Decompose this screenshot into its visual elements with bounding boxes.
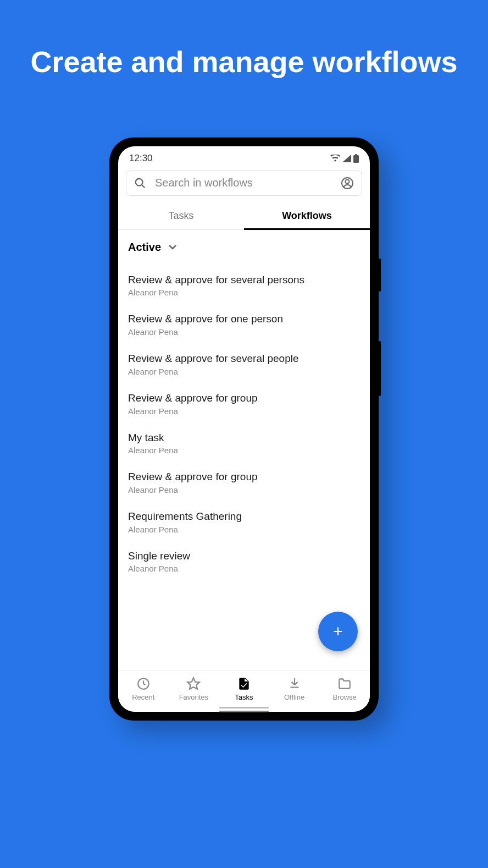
home-indicator [219, 707, 269, 708]
search-icon [134, 177, 146, 189]
item-title: Requirements Gathering [128, 510, 360, 524]
list-item[interactable]: Single review Aleanor Pena [128, 542, 360, 581]
item-author: Aleanor Pena [128, 288, 360, 297]
item-author: Aleanor Pena [128, 406, 360, 416]
promo-title: Create and manage workflows [30, 44, 457, 80]
list-item[interactable]: Review & approve for group Aleanor Pena [128, 463, 360, 502]
item-title: Review & approve for one person [128, 312, 360, 326]
list-item[interactable]: Review & approve for several persons Ale… [128, 266, 360, 305]
status-icons [330, 154, 359, 163]
nav-recent[interactable]: Recent [118, 677, 169, 701]
phone-frame: 12:30 [109, 138, 379, 721]
search-container [118, 168, 370, 202]
search-bar[interactable] [126, 171, 362, 196]
nav-label: Favorites [179, 693, 208, 701]
download-icon [287, 677, 302, 691]
list-item[interactable]: Review & approve for several people Alea… [128, 344, 360, 384]
phone-screen: 12:30 [118, 146, 370, 712]
list-item[interactable]: My task Aleanor Pena [128, 424, 360, 463]
item-author: Aleanor Pena [128, 327, 360, 337]
item-title: Review & approve for group [128, 392, 360, 405]
filter-dropdown[interactable]: Active [118, 230, 370, 260]
item-title: Review & approve for several people [128, 352, 360, 366]
item-author: Aleanor Pena [128, 485, 360, 495]
phone-side-button [379, 341, 381, 396]
svg-line-3 [142, 185, 145, 188]
nav-label: Recent [132, 693, 154, 701]
tab-workflows[interactable]: Workflows [244, 202, 370, 229]
tab-tasks[interactable]: Tasks [118, 202, 244, 229]
wifi-icon [330, 155, 340, 162]
item-title: Review & approve for several persons [128, 273, 360, 287]
signal-icon [342, 155, 351, 162]
nav-tasks[interactable]: Tasks [219, 677, 269, 701]
item-author: Aleanor Pena [128, 446, 360, 455]
item-title: Single review [128, 550, 360, 563]
svg-point-2 [136, 179, 143, 186]
star-icon [186, 677, 201, 691]
nav-label: Tasks [235, 693, 253, 701]
folder-icon [337, 677, 352, 691]
add-workflow-button[interactable]: + [318, 612, 358, 651]
list-item[interactable]: Review & approve for one person Aleanor … [128, 305, 360, 344]
chevron-down-icon [168, 244, 178, 250]
phone-side-button [379, 259, 381, 292]
svg-point-5 [346, 179, 350, 183]
tasks-icon [237, 677, 251, 691]
search-input[interactable] [155, 177, 332, 189]
nav-label: Offline [284, 693, 304, 701]
user-avatar-icon[interactable] [341, 177, 354, 190]
battery-icon [353, 154, 359, 163]
list-item[interactable]: Review & approve for group Aleanor Pena [128, 384, 360, 424]
bottom-nav: Recent Favorites Tasks [118, 671, 370, 706]
workflow-list[interactable]: Review & approve for several persons Ale… [118, 260, 370, 671]
item-title: My task [128, 431, 360, 445]
item-author: Aleanor Pena [128, 367, 360, 376]
svg-rect-0 [353, 155, 359, 163]
plus-icon: + [333, 623, 343, 640]
nav-browse[interactable]: Browse [319, 677, 370, 701]
item-author: Aleanor Pena [128, 564, 360, 573]
item-author: Aleanor Pena [128, 525, 360, 534]
status-time: 12:30 [129, 153, 153, 164]
nav-offline[interactable]: Offline [269, 677, 320, 701]
status-bar: 12:30 [118, 146, 370, 168]
filter-label: Active [128, 241, 161, 254]
nav-favorites[interactable]: Favorites [169, 677, 219, 701]
svg-rect-1 [355, 154, 357, 155]
item-title: Review & approve for group [128, 470, 360, 484]
list-item[interactable]: Requirements Gathering Aleanor Pena [128, 502, 360, 542]
tabs: Tasks Workflows [118, 202, 370, 230]
clock-icon [136, 677, 151, 691]
nav-label: Browse [332, 693, 356, 701]
